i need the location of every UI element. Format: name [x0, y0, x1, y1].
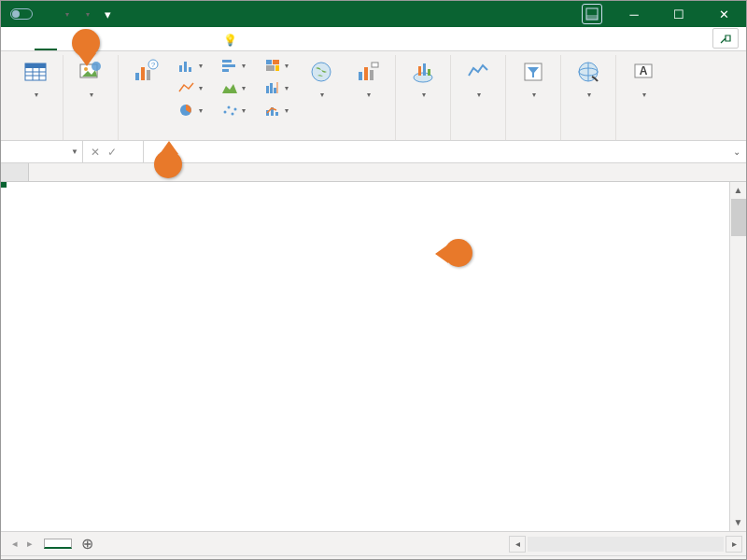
redo-button[interactable]: ▾ [79, 7, 94, 21]
svg-point-26 [234, 108, 237, 111]
hscroll-track[interactable] [528, 537, 724, 552]
scroll-up-icon[interactable]: ▲ [730, 182, 746, 199]
enter-formula-icon[interactable]: ✓ [107, 146, 117, 159]
svg-rect-13 [147, 70, 150, 80]
svg-rect-20 [222, 60, 232, 63]
svg-rect-46 [428, 69, 430, 76]
group-charts: ? ▾ ▾ ▾ ▾ ▾ ▾ ▾ ▾ ▾ ▾ [119, 55, 396, 140]
close-button[interactable]: ✕ [703, 1, 744, 27]
pie-chart-button[interactable]: ▾ [173, 100, 208, 120]
cancel-formula-icon[interactable]: ✕ [91, 146, 100, 159]
save-button[interactable] [38, 7, 53, 21]
scroll-thumb[interactable] [731, 199, 746, 236]
user-avatar-icon[interactable] [582, 4, 602, 24]
tab-data[interactable] [124, 41, 147, 50]
svg-point-9 [84, 67, 88, 71]
svg-rect-37 [275, 112, 278, 116]
share-button[interactable] [712, 28, 739, 49]
svg-rect-1 [586, 15, 598, 20]
tab-review[interactable] [147, 41, 169, 50]
sheet-tab-excursions[interactable] [44, 539, 72, 549]
tell-me-search[interactable]: 💡 [214, 30, 250, 50]
svg-rect-21 [222, 64, 235, 67]
svg-rect-33 [274, 88, 276, 93]
statistic-chart-button[interactable]: ▾ [259, 77, 294, 98]
svg-point-38 [312, 63, 331, 81]
hscroll-left-icon[interactable]: ◂ [509, 536, 526, 553]
expand-formula-bar-icon[interactable]: ⌄ [727, 147, 746, 157]
filter-icon [518, 57, 548, 87]
links-button[interactable]: ▾ [569, 55, 608, 102]
svg-rect-28 [273, 60, 279, 64]
3d-map-button[interactable]: ▾ [403, 55, 443, 102]
area-chart-button[interactable]: ▾ [216, 77, 251, 98]
recommended-charts-button[interactable]: ? [126, 55, 165, 91]
filters-button[interactable]: ▾ [514, 55, 553, 102]
group-tables: ▾ [8, 55, 63, 140]
lightbulb-icon: 💡 [223, 34, 237, 47]
svg-rect-17 [184, 62, 187, 72]
column-chart-button[interactable]: ▾ [173, 55, 208, 76]
formula-bar: ▼ ✕ ✓ ⌄ [1, 141, 746, 163]
svg-rect-16 [179, 65, 182, 72]
tab-formulas[interactable] [102, 41, 124, 50]
svg-rect-22 [222, 69, 229, 72]
autosave-pill-icon [10, 8, 33, 20]
tab-view[interactable] [169, 41, 191, 50]
text-button[interactable]: A ▾ [624, 55, 663, 102]
sheet-nav-first-icon[interactable]: ◂ [8, 536, 21, 552]
tab-file[interactable] [12, 41, 35, 50]
line-chart-button[interactable]: ▾ [173, 77, 208, 98]
autosave-toggle[interactable] [7, 8, 33, 20]
scroll-down-icon[interactable]: ▼ [730, 514, 746, 531]
ribbon: ▾ ▾ ? ▾ ▾ ▾ ▾ ▾ [1, 51, 746, 141]
svg-rect-3 [25, 63, 46, 68]
group-filters: ▾ [506, 55, 561, 140]
tables-button[interactable]: ▾ [16, 55, 55, 102]
tab-help[interactable] [191, 41, 214, 50]
pivotchart-button[interactable]: ▾ [348, 55, 388, 102]
tab-insert[interactable] [35, 39, 57, 50]
scatter-chart-button[interactable]: ▾ [216, 100, 251, 120]
svg-rect-45 [423, 63, 426, 76]
callout-2 [72, 29, 100, 57]
vertical-scrollbar[interactable]: ▲ ▼ [729, 182, 746, 531]
fill-handle[interactable] [1, 182, 7, 188]
hscroll-right-icon[interactable]: ▸ [726, 536, 742, 553]
svg-rect-27 [266, 60, 272, 64]
select-all-corner[interactable] [1, 163, 29, 181]
sparklines-button[interactable]: ▾ [458, 55, 498, 102]
undo-button[interactable]: ▾ [59, 7, 74, 21]
svg-rect-39 [359, 72, 362, 80]
3d-map-icon [408, 57, 438, 87]
status-bar: − + [1, 555, 746, 560]
pivotchart-icon [353, 57, 383, 87]
svg-rect-29 [266, 65, 275, 71]
group-illustrations: ▾ [63, 55, 119, 140]
maps-button[interactable]: ▾ [302, 55, 341, 102]
name-box-dropdown-icon[interactable]: ▼ [71, 147, 78, 156]
svg-rect-12 [141, 67, 145, 80]
horizontal-scrollbar[interactable]: ◂ ▸ [98, 536, 746, 553]
new-sheet-button[interactable]: ⊕ [76, 533, 98, 555]
spreadsheet-grid[interactable]: ▲ ▼ [1, 163, 746, 531]
svg-rect-30 [275, 65, 279, 71]
svg-point-24 [228, 106, 231, 109]
sheet-nav-last-icon[interactable]: ▸ [23, 536, 36, 552]
minimize-button[interactable]: ─ [613, 1, 655, 27]
hierarchy-chart-button[interactable]: ▾ [259, 55, 294, 76]
maximize-button[interactable]: ☐ [658, 1, 699, 27]
group-tours: ▾ [396, 55, 451, 140]
group-links: ▾ [561, 55, 616, 140]
text-icon: A [628, 57, 658, 87]
table-icon [21, 57, 50, 87]
name-box[interactable]: ▼ [1, 141, 83, 162]
svg-point-23 [224, 111, 227, 114]
combo-chart-button[interactable]: ▾ [259, 100, 294, 120]
svg-rect-31 [266, 86, 269, 93]
bar-chart-button[interactable]: ▾ [216, 55, 251, 76]
group-sparklines: ▾ [451, 55, 506, 140]
customize-qat-button[interactable]: ▾ [100, 7, 115, 21]
ribbon-tabs: 💡 [1, 27, 746, 51]
svg-rect-18 [189, 67, 191, 72]
